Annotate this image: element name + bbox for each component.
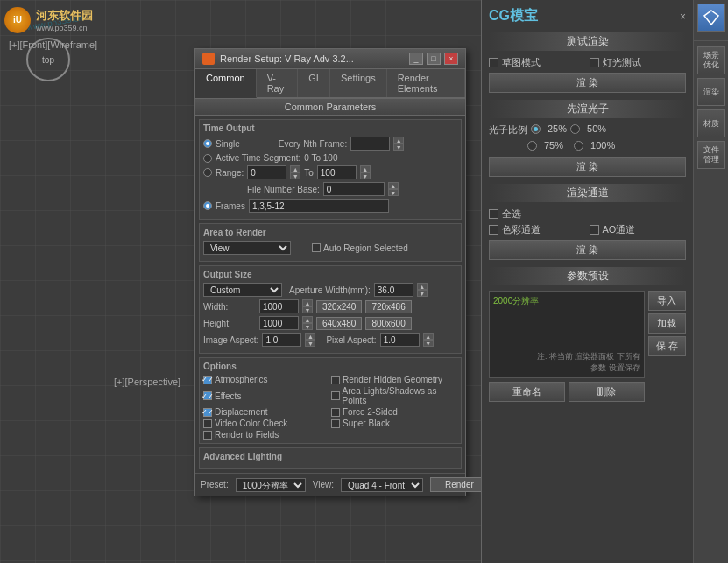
file-number-input[interactable]: [323, 182, 385, 196]
atmospherics-option[interactable]: ✓ Atmospherics: [203, 375, 329, 384]
tab-render-elements[interactable]: Render Elements: [387, 69, 465, 97]
rename-btn[interactable]: 重命名: [489, 382, 565, 402]
displacement-option[interactable]: ✓ Displacement: [203, 407, 329, 417]
light-check[interactable]: 灯光测试: [590, 56, 687, 69]
pixel-aspect-spinner[interactable]: ▲ ▼: [423, 333, 434, 347]
sidebar-scene-btn[interactable]: 场景优化: [697, 46, 725, 74]
force-2sided-checkbox[interactable]: [331, 408, 340, 417]
atmospherics-checkbox[interactable]: ✓: [203, 376, 212, 384]
photon-75[interactable]: 75%: [527, 140, 563, 151]
aperture-spinner[interactable]: ▲ ▼: [417, 283, 428, 297]
params-preset-title: 参数预设: [489, 267, 686, 285]
dialog-tabs: Common V-Ray GI Settings Render Elements: [195, 69, 465, 98]
dialog-maximize-btn[interactable]: □: [427, 53, 441, 65]
tab-gi[interactable]: GI: [298, 69, 330, 97]
file-number-spinner[interactable]: ▲ ▼: [388, 182, 399, 196]
range-to-input[interactable]: [317, 165, 357, 179]
range-from-input[interactable]: [247, 165, 286, 179]
view-select[interactable]: Quad 4 - Front: [341, 478, 423, 492]
every-nth-spinner[interactable]: ▲ ▼: [393, 137, 404, 151]
sidebar-render-btn[interactable]: 渲染: [697, 78, 725, 106]
light-checkbox[interactable]: [590, 58, 599, 67]
select-all-checkbox[interactable]: [489, 209, 498, 219]
area-lights-checkbox[interactable]: [331, 391, 340, 400]
super-black-option[interactable]: Super Black: [331, 419, 457, 428]
render-fields-checkbox[interactable]: [203, 431, 212, 440]
active-segment-radio[interactable]: [203, 154, 212, 163]
area-lights-option[interactable]: Area Lights/Shadows as Points: [331, 386, 457, 405]
area-render-select[interactable]: View: [203, 241, 291, 255]
dialog-minimize-btn[interactable]: _: [409, 53, 423, 65]
frames-input[interactable]: [249, 199, 389, 213]
width-spinner[interactable]: ▲ ▼: [302, 299, 313, 313]
photon-100[interactable]: 100%: [574, 140, 615, 151]
pre-render-btn[interactable]: 渲 染: [489, 157, 686, 177]
tab-settings[interactable]: Settings: [330, 69, 387, 97]
test-render-btn[interactable]: 渲 染: [489, 73, 686, 93]
spinner-down[interactable]: ▼: [393, 144, 404, 151]
single-radio-dot[interactable]: [203, 139, 212, 148]
channels-render-btn[interactable]: 渲 染: [489, 240, 686, 260]
preset-select[interactable]: 1000分辨率: [236, 478, 306, 492]
quick-size-1[interactable]: 320x240: [316, 300, 362, 313]
sidebar-material-btn[interactable]: 材质: [697, 109, 725, 137]
video-color-checkbox[interactable]: [203, 419, 212, 428]
import-btn[interactable]: 导入: [648, 291, 686, 311]
pixel-aspect-input[interactable]: [380, 333, 420, 347]
range-from-spinner[interactable]: ▲ ▼: [290, 165, 300, 179]
frames-radio[interactable]: [203, 201, 212, 210]
displacement-checkbox[interactable]: ✓: [203, 408, 212, 417]
width-input[interactable]: [259, 299, 299, 313]
height-spinner[interactable]: ▲ ▼: [302, 316, 313, 330]
color-channel-checkbox[interactable]: [489, 225, 498, 235]
render-hidden-checkbox[interactable]: [331, 376, 340, 384]
image-aspect-input[interactable]: [262, 333, 301, 347]
quick-size-4[interactable]: 800x600: [365, 317, 411, 330]
effects-option[interactable]: ✓ Effects: [203, 386, 329, 405]
render-fields-option[interactable]: Render to Fields: [203, 430, 329, 440]
render-hidden-option[interactable]: Render Hidden Geometry: [331, 375, 457, 384]
ao-channel-checkbox[interactable]: [590, 225, 599, 235]
draft-checkbox[interactable]: [489, 58, 498, 67]
photon-50[interactable]: 50%: [570, 123, 606, 134]
save-btn[interactable]: 保 存: [648, 336, 686, 356]
photon-25[interactable]: 25%: [531, 123, 567, 134]
tab-common[interactable]: Common: [195, 69, 257, 98]
output-preset-select[interactable]: Custom: [203, 283, 282, 297]
height-input[interactable]: [259, 316, 299, 330]
super-black-checkbox[interactable]: [331, 419, 340, 428]
select-all-check[interactable]: 全选: [489, 208, 521, 221]
draft-check[interactable]: 草图模式: [489, 56, 586, 69]
color-channel-check[interactable]: 色彩通道: [489, 223, 586, 236]
image-aspect-spinner[interactable]: ▲ ▼: [305, 333, 315, 347]
sidebar-item-diamond[interactable]: [697, 4, 725, 32]
time-output-title: Time Output: [203, 123, 457, 133]
load-btn[interactable]: 加载: [648, 313, 686, 334]
range-radio[interactable]: [203, 168, 212, 177]
logo-area: iU 河东软件园 www.po359.cn: [4, 4, 188, 35]
cg-sidebar: 场景优化 渲染 材质 文件管理: [693, 0, 728, 563]
auto-region-checkbox[interactable]: [312, 243, 321, 252]
dialog-titlebar: Render Setup: V-Ray Adv 3.2... _ □ ×: [195, 49, 465, 69]
video-color-option[interactable]: Video Color Check: [203, 419, 329, 428]
every-nth-input[interactable]: [350, 137, 390, 151]
tab-vray[interactable]: V-Ray: [257, 69, 299, 97]
auto-region-group[interactable]: Auto Region Selected: [312, 243, 408, 253]
quick-size-2[interactable]: 720x486: [365, 300, 411, 313]
render-button[interactable]: Render: [430, 477, 489, 492]
ao-channel-check[interactable]: AO通道: [590, 223, 687, 236]
delete-btn[interactable]: 删除: [569, 382, 645, 402]
single-radio[interactable]: Single: [203, 139, 240, 149]
range-to-spinner[interactable]: ▲ ▼: [360, 165, 371, 179]
effects-checkbox[interactable]: ✓: [203, 391, 212, 400]
sidebar-file-btn[interactable]: 文件管理: [697, 141, 725, 169]
spinner-up[interactable]: ▲: [393, 137, 404, 144]
quick-size-3[interactable]: 640x480: [316, 317, 362, 330]
aperture-input[interactable]: [374, 283, 413, 297]
dialog-controls[interactable]: _ □ ×: [409, 53, 458, 65]
cg-close-btn[interactable]: ×: [680, 11, 686, 23]
force-2sided-option[interactable]: Force 2-Sided: [331, 407, 457, 417]
render-hidden-label: Render Hidden Geometry: [343, 375, 442, 384]
dialog-close-btn[interactable]: ×: [444, 53, 458, 65]
svg-marker-0: [704, 11, 718, 25]
